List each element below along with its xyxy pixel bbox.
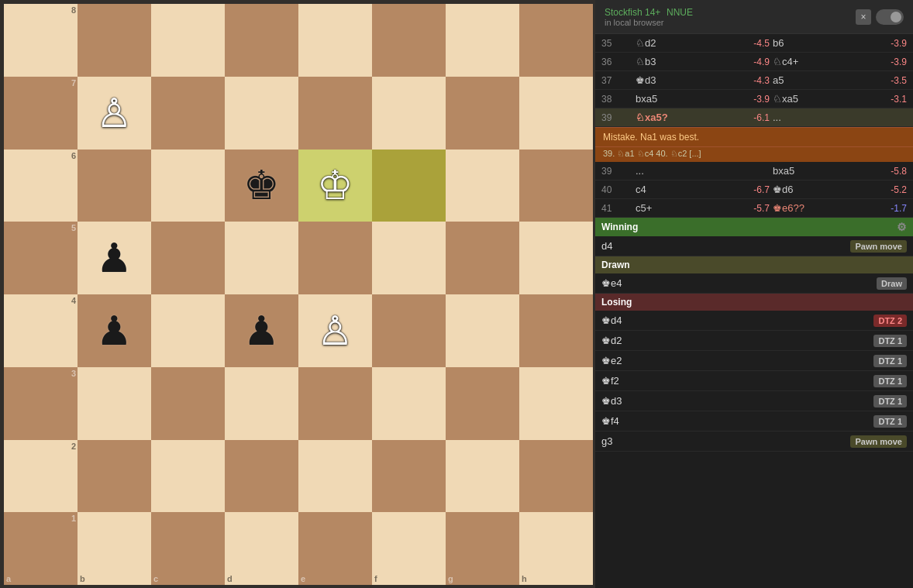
square-h3[interactable] (519, 367, 593, 440)
square-f3[interactable] (372, 367, 446, 440)
square-c2[interactable] (151, 440, 225, 513)
square-h4[interactable] (519, 294, 593, 367)
square-h6[interactable] (519, 150, 593, 222)
square-e1[interactable]: e (298, 512, 372, 585)
square-a7[interactable]: 7 (4, 77, 78, 150)
square-d5[interactable] (225, 222, 298, 294)
dtz2-badge-kd4[interactable]: DTZ 2 (873, 315, 907, 327)
square-e5[interactable] (298, 222, 372, 294)
square-c8[interactable] (151, 4, 225, 77)
square-g4[interactable] (446, 294, 519, 367)
move-black-38[interactable]: ♘xa5 (770, 91, 860, 106)
square-b8[interactable] (78, 4, 151, 77)
cont-white-40[interactable]: c4 (632, 182, 723, 197)
pawn-move-badge-g3[interactable]: Pawn move (850, 435, 907, 448)
square-h7[interactable] (519, 77, 593, 150)
dtz1-badge-kd2[interactable]: DTZ 1 (873, 335, 907, 347)
square-d4[interactable]: ♟ (225, 294, 298, 367)
square-f8[interactable] (372, 4, 446, 77)
square-b4[interactable]: ♟ (78, 294, 151, 367)
gear-icon[interactable]: ⚙ (897, 221, 907, 233)
square-g8[interactable] (446, 4, 519, 77)
dtz1-badge-kd3[interactable]: DTZ 1 (873, 395, 907, 407)
square-e8[interactable] (298, 4, 372, 77)
square-g6[interactable] (446, 150, 519, 222)
square-f2[interactable] (372, 440, 446, 513)
square-d3[interactable] (225, 367, 298, 440)
square-f4[interactable] (372, 294, 446, 367)
square-d7[interactable] (225, 77, 298, 150)
square-g3[interactable] (446, 367, 519, 440)
cont-black-39[interactable]: bxa5 (770, 163, 860, 178)
square-a6[interactable]: 6 (4, 150, 78, 222)
losing-move-kd3[interactable]: ♚d3 DTZ 1 (595, 391, 913, 411)
square-a3[interactable]: 3 (4, 367, 78, 440)
cont-black-40[interactable]: ♚d6 (770, 182, 860, 197)
square-c6[interactable] (151, 150, 225, 222)
square-a1[interactable]: 1a (4, 512, 78, 585)
square-c3[interactable] (151, 367, 225, 440)
square-g7[interactable] (446, 77, 519, 150)
square-d6[interactable]: ♚ (225, 150, 298, 222)
move-black-39[interactable]: ... (770, 110, 860, 125)
square-g2[interactable] (446, 440, 519, 513)
close-engine-button[interactable]: × (856, 9, 871, 25)
square-e7[interactable] (298, 77, 372, 150)
square-e4[interactable]: ♙ (298, 294, 372, 367)
square-e6[interactable]: ♔ (298, 150, 372, 222)
drawn-move-ke4[interactable]: ♚e4 Draw (595, 273, 913, 294)
square-f1[interactable]: f (372, 512, 446, 585)
square-f6[interactable] (372, 150, 446, 222)
dtz1-badge-kf4[interactable]: DTZ 1 (873, 415, 907, 428)
draw-badge-ke4[interactable]: Draw (877, 277, 907, 290)
losing-move-g3[interactable]: g3 Pawn move (595, 432, 913, 452)
square-b3[interactable] (78, 367, 151, 440)
square-e3[interactable] (298, 367, 372, 440)
square-a5[interactable]: 5 (4, 222, 78, 294)
square-c7[interactable] (151, 77, 225, 150)
move-white-39[interactable]: ♘xa5? (632, 110, 723, 125)
square-f7[interactable] (372, 77, 446, 150)
pawn-move-badge-d4[interactable]: Pawn move (850, 240, 907, 253)
square-b2[interactable] (78, 440, 151, 513)
losing-move-kf2[interactable]: ♚f2 DTZ 1 (595, 371, 913, 391)
cont-white-41[interactable]: c5+ (632, 201, 723, 215)
square-b7[interactable]: ♙ (78, 77, 151, 150)
move-black-37[interactable]: a5 (770, 73, 860, 88)
losing-move-ke2[interactable]: ♚e2 DTZ 1 (595, 351, 913, 371)
dtz1-badge-ke2[interactable]: DTZ 1 (873, 355, 907, 367)
losing-move-kf4[interactable]: ♚f4 DTZ 1 (595, 411, 913, 432)
move-white-35[interactable]: ♘d2 (632, 36, 723, 50)
square-b1[interactable]: b (78, 512, 151, 585)
square-h2[interactable] (519, 440, 593, 513)
square-h8[interactable] (519, 4, 593, 77)
losing-move-kd4[interactable]: ♚d4 DTZ 2 (595, 311, 913, 331)
cont-black-41[interactable]: ♚e6?? (770, 201, 860, 215)
losing-move-kd2[interactable]: ♚d2 DTZ 1 (595, 331, 913, 351)
square-d1[interactable]: d (225, 512, 298, 585)
move-white-38[interactable]: bxa5 (632, 91, 723, 106)
cont-white-39[interactable]: ... (632, 163, 723, 178)
square-c4[interactable] (151, 294, 225, 367)
square-h5[interactable] (519, 222, 593, 294)
square-a4[interactable]: 4 (4, 294, 78, 367)
square-a2[interactable]: 2 (4, 440, 78, 513)
square-c5[interactable] (151, 222, 225, 294)
move-white-36[interactable]: ♘b3 (632, 54, 723, 69)
square-c1[interactable]: c (151, 512, 225, 585)
square-f5[interactable] (372, 222, 446, 294)
move-white-37[interactable]: ♚d3 (632, 73, 723, 88)
square-a8[interactable]: 8 (4, 4, 78, 77)
toggle-engine-button[interactable] (876, 9, 904, 25)
move-black-35[interactable]: b6 (770, 36, 860, 50)
square-d8[interactable] (225, 4, 298, 77)
winning-move-d4[interactable]: d4 Pawn move (595, 236, 913, 256)
square-b5[interactable]: ♟ (78, 222, 151, 294)
square-d2[interactable] (225, 440, 298, 513)
square-b6[interactable] (78, 150, 151, 222)
square-h1[interactable]: h (519, 512, 593, 585)
dtz1-badge-kf2[interactable]: DTZ 1 (873, 375, 907, 387)
square-g1[interactable]: g (446, 512, 519, 585)
square-g5[interactable] (446, 222, 519, 294)
move-black-36[interactable]: ♘c4+ (770, 54, 860, 69)
